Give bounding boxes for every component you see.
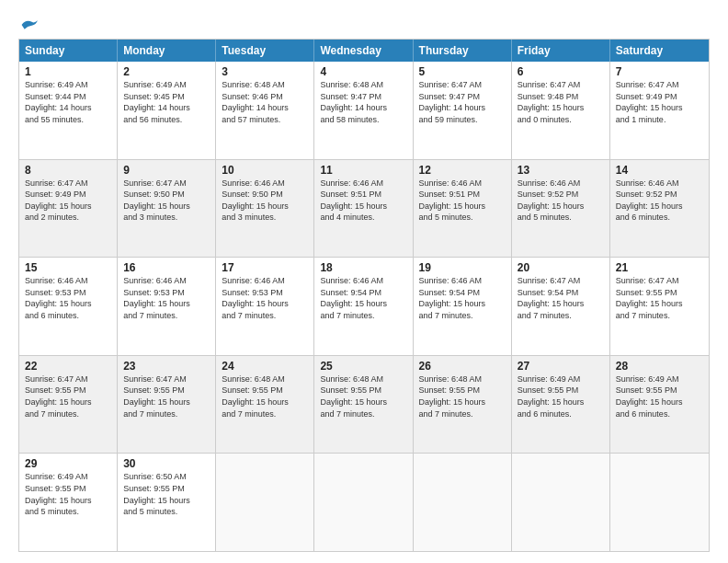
header-day-monday: Monday (118, 40, 216, 62)
calendar-cell-8: 8Sunrise: 6:47 AM Sunset: 9:49 PM Daylig… (19, 160, 118, 258)
header-day-friday: Friday (512, 40, 610, 62)
cell-info-text: Sunrise: 6:46 AM Sunset: 9:52 PM Dayligh… (518, 178, 604, 224)
day-number: 25 (320, 360, 406, 373)
calendar-cell-7: 7Sunrise: 6:47 AM Sunset: 9:49 PM Daylig… (610, 62, 709, 159)
calendar-cell-15: 15Sunrise: 6:46 AM Sunset: 9:53 PM Dayli… (19, 258, 118, 355)
calendar-row-1: 1Sunrise: 6:49 AM Sunset: 9:44 PM Daylig… (19, 62, 709, 159)
day-number: 28 (616, 360, 703, 373)
day-number: 24 (222, 360, 308, 373)
calendar-cell-16: 16Sunrise: 6:46 AM Sunset: 9:53 PM Dayli… (118, 258, 216, 355)
day-number: 29 (25, 457, 111, 470)
calendar-cell-11: 11Sunrise: 6:46 AM Sunset: 9:51 PM Dayli… (314, 160, 413, 258)
calendar-cell-empty (610, 454, 709, 551)
cell-info-text: Sunrise: 6:47 AM Sunset: 9:49 PM Dayligh… (616, 79, 703, 125)
day-number: 20 (518, 261, 604, 274)
day-number: 3 (222, 65, 308, 78)
calendar-cell-25: 25Sunrise: 6:48 AM Sunset: 9:55 PM Dayli… (314, 356, 413, 454)
calendar-cell-24: 24Sunrise: 6:48 AM Sunset: 9:55 PM Dayli… (216, 356, 314, 454)
calendar-row-3: 15Sunrise: 6:46 AM Sunset: 9:53 PM Dayli… (19, 257, 709, 355)
header-day-sunday: Sunday (19, 40, 118, 62)
day-number: 7 (616, 65, 703, 78)
cell-info-text: Sunrise: 6:46 AM Sunset: 9:50 PM Dayligh… (222, 178, 308, 224)
logo-bird-icon (20, 17, 40, 33)
day-number: 13 (518, 164, 604, 177)
calendar-cell-18: 18Sunrise: 6:46 AM Sunset: 9:54 PM Dayli… (314, 258, 413, 355)
calendar-cell-4: 4Sunrise: 6:48 AM Sunset: 9:47 PM Daylig… (314, 62, 413, 159)
day-number: 17 (222, 261, 308, 274)
day-number: 22 (25, 360, 111, 373)
calendar-cell-30: 30Sunrise: 6:50 AM Sunset: 9:55 PM Dayli… (118, 454, 216, 551)
calendar-cell-2: 2Sunrise: 6:49 AM Sunset: 9:45 PM Daylig… (118, 62, 216, 159)
calendar-cell-21: 21Sunrise: 6:47 AM Sunset: 9:55 PM Dayli… (610, 258, 709, 355)
cell-info-text: Sunrise: 6:46 AM Sunset: 9:51 PM Dayligh… (419, 178, 506, 224)
calendar-cell-26: 26Sunrise: 6:48 AM Sunset: 9:55 PM Dayli… (414, 356, 512, 454)
cell-info-text: Sunrise: 6:46 AM Sunset: 9:53 PM Dayligh… (222, 275, 308, 321)
cell-info-text: Sunrise: 6:48 AM Sunset: 9:46 PM Dayligh… (222, 79, 308, 125)
day-number: 18 (320, 261, 406, 274)
calendar-cell-12: 12Sunrise: 6:46 AM Sunset: 9:51 PM Dayli… (414, 160, 512, 258)
header-day-saturday: Saturday (610, 40, 709, 62)
cell-info-text: Sunrise: 6:46 AM Sunset: 9:53 PM Dayligh… (123, 275, 210, 321)
logo (18, 17, 40, 33)
cell-info-text: Sunrise: 6:49 AM Sunset: 9:44 PM Dayligh… (25, 79, 111, 125)
calendar-cell-23: 23Sunrise: 6:47 AM Sunset: 9:55 PM Dayli… (118, 356, 216, 454)
calendar-cell-empty (314, 454, 413, 551)
calendar-cell-20: 20Sunrise: 6:47 AM Sunset: 9:54 PM Dayli… (512, 258, 610, 355)
cell-info-text: Sunrise: 6:46 AM Sunset: 9:51 PM Dayligh… (320, 178, 406, 224)
header-day-wednesday: Wednesday (314, 40, 413, 62)
calendar-cell-empty (414, 454, 512, 551)
day-number: 9 (123, 164, 210, 177)
page: SundayMondayTuesdayWednesdayThursdayFrid… (0, 0, 728, 563)
cell-info-text: Sunrise: 6:49 AM Sunset: 9:55 PM Dayligh… (616, 373, 703, 419)
calendar-cell-9: 9Sunrise: 6:47 AM Sunset: 9:50 PM Daylig… (118, 160, 216, 258)
day-number: 21 (616, 261, 703, 274)
day-number: 30 (123, 457, 210, 470)
cell-info-text: Sunrise: 6:49 AM Sunset: 9:55 PM Dayligh… (518, 373, 604, 419)
calendar-body: 1Sunrise: 6:49 AM Sunset: 9:44 PM Daylig… (19, 62, 709, 551)
cell-info-text: Sunrise: 6:49 AM Sunset: 9:55 PM Dayligh… (25, 471, 111, 517)
cell-info-text: Sunrise: 6:48 AM Sunset: 9:55 PM Dayligh… (320, 373, 406, 419)
cell-info-text: Sunrise: 6:46 AM Sunset: 9:54 PM Dayligh… (320, 275, 406, 321)
day-number: 4 (320, 65, 406, 78)
cell-info-text: Sunrise: 6:47 AM Sunset: 9:47 PM Dayligh… (419, 79, 506, 125)
cell-info-text: Sunrise: 6:48 AM Sunset: 9:47 PM Dayligh… (320, 79, 406, 125)
calendar-header: SundayMondayTuesdayWednesdayThursdayFrid… (19, 40, 709, 62)
day-number: 16 (123, 261, 210, 274)
day-number: 1 (25, 65, 111, 78)
cell-info-text: Sunrise: 6:46 AM Sunset: 9:53 PM Dayligh… (25, 275, 111, 321)
calendar-cell-5: 5Sunrise: 6:47 AM Sunset: 9:47 PM Daylig… (414, 62, 512, 159)
day-number: 2 (123, 65, 210, 78)
cell-info-text: Sunrise: 6:48 AM Sunset: 9:55 PM Dayligh… (419, 373, 506, 419)
header (18, 17, 710, 33)
day-number: 23 (123, 360, 210, 373)
day-number: 12 (419, 164, 506, 177)
calendar-cell-10: 10Sunrise: 6:46 AM Sunset: 9:50 PM Dayli… (216, 160, 314, 258)
cell-info-text: Sunrise: 6:47 AM Sunset: 9:55 PM Dayligh… (616, 275, 703, 321)
cell-info-text: Sunrise: 6:47 AM Sunset: 9:55 PM Dayligh… (25, 373, 111, 419)
calendar-cell-29: 29Sunrise: 6:49 AM Sunset: 9:55 PM Dayli… (19, 454, 118, 551)
cell-info-text: Sunrise: 6:47 AM Sunset: 9:50 PM Dayligh… (123, 178, 210, 224)
calendar: SundayMondayTuesdayWednesdayThursdayFrid… (18, 39, 710, 552)
day-number: 8 (25, 164, 111, 177)
calendar-cell-6: 6Sunrise: 6:47 AM Sunset: 9:48 PM Daylig… (512, 62, 610, 159)
calendar-cell-28: 28Sunrise: 6:49 AM Sunset: 9:55 PM Dayli… (610, 356, 709, 454)
calendar-cell-3: 3Sunrise: 6:48 AM Sunset: 9:46 PM Daylig… (216, 62, 314, 159)
calendar-cell-14: 14Sunrise: 6:46 AM Sunset: 9:52 PM Dayli… (610, 160, 709, 258)
cell-info-text: Sunrise: 6:46 AM Sunset: 9:54 PM Dayligh… (419, 275, 506, 321)
day-number: 10 (222, 164, 308, 177)
calendar-cell-19: 19Sunrise: 6:46 AM Sunset: 9:54 PM Dayli… (414, 258, 512, 355)
header-day-thursday: Thursday (414, 40, 512, 62)
calendar-cell-empty (216, 454, 314, 551)
day-number: 27 (518, 360, 604, 373)
day-number: 26 (419, 360, 506, 373)
cell-info-text: Sunrise: 6:50 AM Sunset: 9:55 PM Dayligh… (123, 471, 210, 517)
calendar-cell-empty (512, 454, 610, 551)
day-number: 15 (25, 261, 111, 274)
cell-info-text: Sunrise: 6:46 AM Sunset: 9:52 PM Dayligh… (616, 178, 703, 224)
cell-info-text: Sunrise: 6:48 AM Sunset: 9:55 PM Dayligh… (222, 373, 308, 419)
calendar-cell-1: 1Sunrise: 6:49 AM Sunset: 9:44 PM Daylig… (19, 62, 118, 159)
calendar-row-4: 22Sunrise: 6:47 AM Sunset: 9:55 PM Dayli… (19, 355, 709, 454)
calendar-row-5: 29Sunrise: 6:49 AM Sunset: 9:55 PM Dayli… (19, 453, 709, 551)
calendar-cell-22: 22Sunrise: 6:47 AM Sunset: 9:55 PM Dayli… (19, 356, 118, 454)
calendar-row-2: 8Sunrise: 6:47 AM Sunset: 9:49 PM Daylig… (19, 159, 709, 258)
